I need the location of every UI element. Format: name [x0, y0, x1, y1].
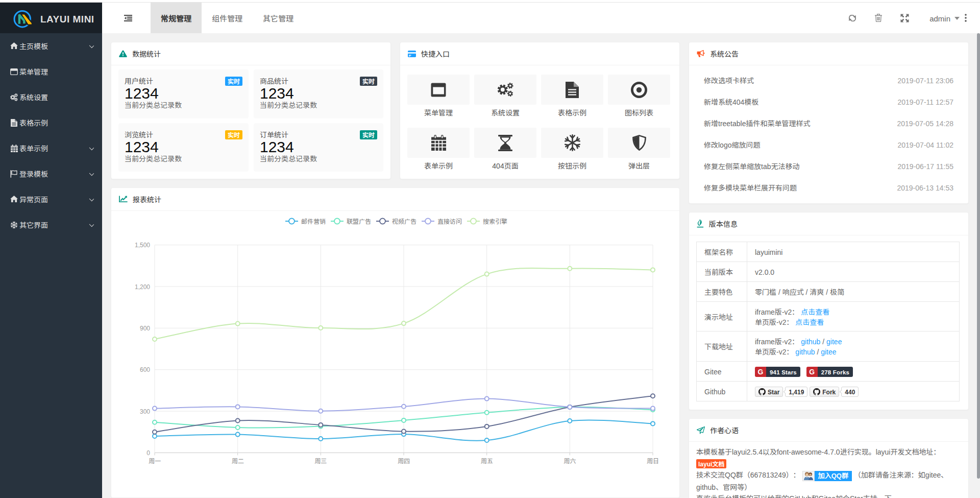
svg-text:邮件营销: 邮件营销	[301, 217, 326, 225]
svg-text:0: 0	[146, 448, 150, 457]
svg-text:直接访问: 直接访问	[437, 217, 462, 225]
svg-text:周日: 周日	[647, 456, 659, 465]
svg-text:1,200: 1,200	[135, 282, 150, 291]
svg-text:900: 900	[140, 323, 150, 332]
svg-text:视频广告: 视频广告	[392, 217, 416, 225]
svg-text:周四: 周四	[398, 456, 410, 465]
svg-text:周六: 周六	[564, 456, 576, 465]
svg-text:周三: 周三	[314, 456, 327, 465]
svg-text:周五: 周五	[481, 456, 493, 465]
svg-text:搜索引擎: 搜索引擎	[483, 217, 507, 225]
svg-text:1,500: 1,500	[135, 240, 150, 249]
svg-text:600: 600	[140, 365, 150, 373]
svg-text:周二: 周二	[232, 456, 244, 465]
svg-text:300: 300	[140, 407, 150, 415]
svg-text:联盟广告: 联盟广告	[347, 217, 371, 225]
svg-text:周一: 周一	[149, 456, 161, 465]
